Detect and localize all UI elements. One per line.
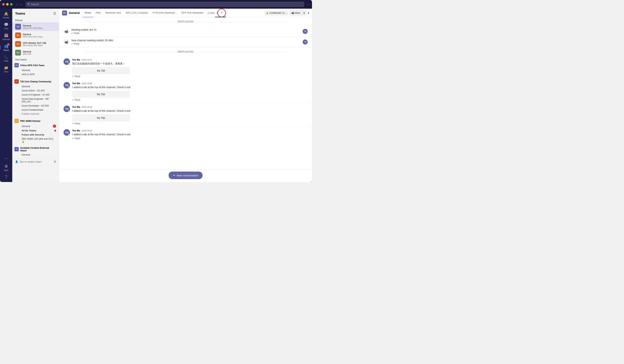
team-group-header-2[interactable]: 🤝 PRC M365 Partner ··· <box>12 117 59 124</box>
channel-item-general[interactable]: General 1 <box>12 124 59 128</box>
reply-link[interactable]: ↩ Reply <box>72 137 308 140</box>
sidebar-item-calendar[interactable]: 📅 Calendar <box>0 32 12 42</box>
pinned-item-0[interactable]: CG General China GPS CSA Team <box>12 22 59 31</box>
pinned-item-2[interactable]: OC GPS Weekly Tech Talk GPS China Tech T… <box>12 40 59 48</box>
apps-icon: ⊞ <box>5 164 8 168</box>
reply-link[interactable]: ↩ Reply <box>72 75 308 77</box>
my-tab-card[interactable]: My Tab <box>72 114 130 121</box>
channel-item[interactable]: Azure Developer - AZ-203 <box>12 104 59 108</box>
tab-gps-csa-compass[interactable]: GPS_CSA_Compass <box>124 9 150 17</box>
pinned-item-1[interactable]: OC General GPS China Tech Team <box>12 31 59 40</box>
channel-item[interactable]: Azure Fundamentals <box>12 108 59 112</box>
chat-message-2: TM Teo Ma 12/18 16:49 I added a tab at t… <box>59 103 312 127</box>
channel-item[interactable]: Azure Admin - AZ-103 <box>12 89 59 93</box>
sidebar-item-more[interactable]: ··· <box>0 155 12 162</box>
my-tab-card[interactable]: My Tab <box>72 91 130 98</box>
msg-text: I added a tab at the top of this channel… <box>72 85 308 89</box>
confidential-label: Confidential \ In... <box>269 12 286 14</box>
search-input[interactable] <box>26 2 304 7</box>
pinned-sub: GPS China Tech Team <box>23 36 43 38</box>
date-divider-1: 2022年12月18日 <box>59 48 312 56</box>
pinned-sub: GPS CAF <box>23 53 31 55</box>
meet-dropdown-button[interactable]: ▾ <box>302 10 306 16</box>
channel-item[interactable]: ADS In GPS <box>12 72 59 76</box>
reply-link[interactable]: ↩ Reply <box>71 32 300 34</box>
channel-header-right: 🔒 Confidential \ In... 📹 Meet ▾ ℹ <box>264 10 309 16</box>
team-group-1: FT TSI Cert Champ Community ··· General … <box>12 78 59 116</box>
sidebar-item-help[interactable]: ❓ <box>0 173 12 181</box>
tabs-overflow[interactable]: 2 more <box>206 12 216 14</box>
channel-item[interactable]: Azure AI Engineer - AI-100 <box>12 93 59 97</box>
avatar: OC <box>15 41 21 47</box>
forward-button[interactable]: › <box>20 2 23 7</box>
sidebar-item-calls[interactable]: 📞 Calls <box>0 53 12 63</box>
channel-item[interactable]: General <box>12 68 59 72</box>
channel-item[interactable]: General <box>12 153 59 157</box>
hidden-channels[interactable]: 5 hidden channels <box>12 112 59 116</box>
join-team-button[interactable]: 👤 Join or create a team ⚙ <box>12 158 59 165</box>
user-avatar: TM <box>63 129 70 136</box>
msg-author: Teo Ma <box>72 129 80 132</box>
tab-posts[interactable]: Posts <box>83 9 93 17</box>
more-options-button[interactable]: ··· <box>307 2 310 6</box>
teams-filter-button[interactable]: ☰ <box>53 12 56 16</box>
user-avatar: TM <box>63 106 70 112</box>
pinned-item-3[interactable]: GC General GPS CAF <box>12 48 59 57</box>
channel-item-future[interactable]: Future with Security <box>12 133 59 137</box>
online-status <box>68 63 70 65</box>
channel-item-allforteams[interactable]: All for Teams <box>12 128 59 133</box>
info-button[interactable]: ℹ <box>308 11 309 15</box>
minimize-button[interactable] <box>6 3 9 6</box>
sidebar-item-activity[interactable]: 🔔 Activity <box>0 10 12 20</box>
team-group-header-3[interactable]: SC Scalable Content External Share ··· <box>12 145 59 153</box>
chevron-down-icon[interactable]: ▾ <box>217 12 218 14</box>
maximize-button[interactable] <box>10 3 13 6</box>
new-conversation-button[interactable]: ✏ New conversation <box>169 171 203 179</box>
tab-gps-tech-newsletter[interactable]: GPS Tech Newsletter <box>179 9 206 17</box>
messages-area[interactable]: 2022年12月15日 📹 Meeting ended: 8m 7s ↩ Rep… <box>59 17 312 169</box>
channel-item-lsp[interactable]: PRC M365 LSP (MS and 21V) 🔒 <box>12 137 59 144</box>
reply-link[interactable]: ↩ Reply <box>72 98 308 101</box>
new-conversation-label: New conversation <box>177 174 198 177</box>
sidebar-item-label: Chat <box>4 27 8 29</box>
tab-files[interactable]: Files <box>94 9 103 17</box>
reply-icon: ↩ <box>71 43 73 45</box>
sidebar-item-files[interactable]: 📁 Files <box>0 64 12 74</box>
join-team-label: Join or create a team <box>20 160 42 163</box>
sidebar-item-label: Files <box>4 71 8 73</box>
reply-link[interactable]: ↩ Reply <box>71 43 300 45</box>
sidebar-item-apps[interactable]: ⊞ Apps <box>0 163 12 173</box>
add-tab-button[interactable]: + <box>219 10 224 16</box>
teams-title: Teams <box>15 12 25 16</box>
sidebar-item-teams[interactable]: 👥 Teams 2 <box>0 43 12 53</box>
teams-header: Teams ☰ <box>12 9 59 18</box>
tab-workload-view[interactable]: Workload View <box>103 9 123 17</box>
channel-item[interactable]: Azure Data Engineer - DP-200_201 <box>12 97 59 104</box>
meet-button[interactable]: 📹 Meet <box>289 10 302 16</box>
sidebar-item-label: Calendar <box>2 38 10 40</box>
team-group-header-1[interactable]: FT TSI Cert Champ Community ··· <box>12 78 59 84</box>
search-container: 🔍 <box>26 2 304 7</box>
video-icon: 📹 <box>63 39 69 45</box>
meeting-message-1: 📹 New channel meeting ended: 2h 49m ↩ Re… <box>59 37 312 48</box>
tab-fy23-dashboard[interactable]: FY23-CSA-Dashboar... <box>150 9 179 17</box>
sidebar-item-chat[interactable]: 💬 Chat <box>0 21 12 31</box>
team-group-header-0[interactable]: CG China GPS CSA Team ··· <box>12 62 59 68</box>
team-group-name: PRC M365 Partner <box>20 120 41 122</box>
channel-item[interactable]: General <box>12 84 59 89</box>
calendar-icon: 📅 <box>4 33 8 37</box>
video-icon: 📹 <box>63 28 69 34</box>
confidential-button[interactable]: 🔒 Confidential \ In... <box>264 11 288 15</box>
my-tab-card[interactable]: My Tab <box>72 67 130 74</box>
avatar: TM <box>303 39 308 45</box>
close-button[interactable] <box>2 3 5 6</box>
online-status <box>68 110 70 112</box>
teams-badge: 2 <box>7 43 10 46</box>
team-avatar-sm: FT <box>14 79 19 84</box>
back-button[interactable]: ‹ <box>16 2 19 7</box>
reply-link[interactable]: ↩ Reply <box>72 122 308 125</box>
help-icon: ❓ <box>4 175 8 179</box>
avatar: GC <box>15 50 21 55</box>
composer-area: ✏ New conversation <box>59 169 312 182</box>
msg-time: 12/18 16:49 <box>81 106 92 108</box>
